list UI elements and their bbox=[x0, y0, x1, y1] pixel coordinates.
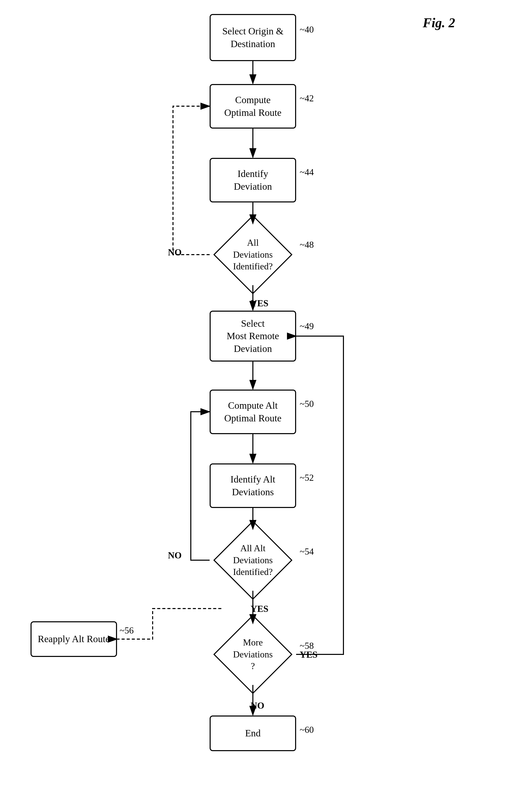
no-label-3: NO bbox=[251, 700, 264, 711]
yes-label-2: YES bbox=[251, 603, 268, 614]
select-most-remote-label: SelectMost RemoteDeviation bbox=[227, 317, 279, 355]
step-49: ~49 bbox=[300, 321, 314, 331]
step-60: ~60 bbox=[300, 724, 314, 735]
yes-label-1: YES bbox=[251, 298, 268, 309]
compute-optimal-box: ComputeOptimal Route bbox=[209, 84, 296, 129]
no-label-2: NO bbox=[168, 550, 182, 561]
end-box: End bbox=[209, 716, 296, 751]
step-56: ~56 bbox=[119, 625, 134, 636]
yes-label-3: YES bbox=[300, 649, 318, 660]
no-label-1: NO bbox=[168, 247, 182, 258]
compute-optimal-label: ComputeOptimal Route bbox=[224, 94, 282, 119]
reapply-alt-label: Reapply Alt Route bbox=[38, 633, 110, 645]
select-most-remote-box: SelectMost RemoteDeviation bbox=[209, 311, 296, 362]
reapply-alt-box: Reapply Alt Route bbox=[30, 621, 117, 657]
step-42: ~42 bbox=[300, 93, 314, 103]
step-52: ~52 bbox=[300, 472, 314, 483]
compute-alt-box: Compute AltOptimal Route bbox=[209, 389, 296, 434]
more-dev-wrapper: MoreDeviations? bbox=[209, 624, 296, 685]
all-alt-dev-wrapper: All AltDeviationsIdentified? bbox=[209, 530, 296, 591]
identify-alt-dev-box: Identify AltDeviations bbox=[209, 463, 296, 508]
compute-alt-label: Compute AltOptimal Route bbox=[224, 399, 282, 425]
step-40: ~40 bbox=[300, 24, 314, 35]
all-dev-identified-label: AllDeviationsIdentified? bbox=[233, 237, 273, 273]
identify-alt-dev-label: Identify AltDeviations bbox=[231, 473, 275, 498]
step-54: ~54 bbox=[300, 546, 314, 557]
fig-label: Fig. 2 bbox=[423, 15, 455, 30]
all-alt-dev-label: All AltDeviationsIdentified? bbox=[233, 542, 273, 578]
identify-deviation-label: IdentifyDeviation bbox=[234, 167, 272, 193]
more-dev-label: MoreDeviations? bbox=[233, 637, 273, 672]
all-dev-identified-wrapper: AllDeviationsIdentified? bbox=[209, 224, 296, 285]
end-label: End bbox=[245, 727, 260, 739]
step-48: ~48 bbox=[300, 239, 314, 250]
diagram-container: Fig. 2 Select Origin &Destination ~40 Co… bbox=[0, 0, 506, 812]
step-44: ~44 bbox=[300, 167, 314, 177]
select-od-label: Select Origin &Destination bbox=[222, 25, 284, 50]
identify-deviation-box: IdentifyDeviation bbox=[209, 158, 296, 203]
step-50: ~50 bbox=[300, 398, 314, 409]
select-origin-destination-box: Select Origin &Destination bbox=[209, 14, 296, 61]
